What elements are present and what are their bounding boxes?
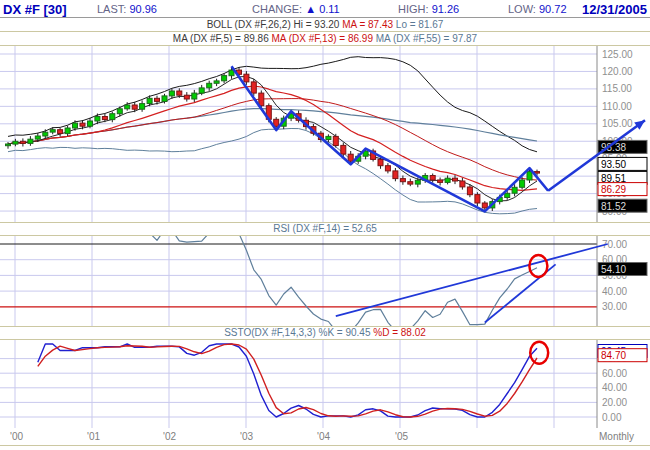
last-label: LAST: <box>97 3 126 15</box>
svg-text:0.00: 0.00 <box>602 412 622 423</box>
price-chart-svg: 125.00120.00115.00110.00105.00100.0095.0… <box>0 46 650 222</box>
last-value: 90.96 <box>129 3 157 15</box>
symbol: DX #F [30] <box>3 2 67 17</box>
quote-date: 12/31/2005 <box>582 2 647 17</box>
x-axis-label-02: '02 <box>163 431 176 442</box>
rsi-chart-panel[interactable]: 70.0060.0050.0040.0030.0054.10 <box>0 236 650 326</box>
svg-text:54.10: 54.10 <box>601 264 626 275</box>
svg-text:93.50: 93.50 <box>601 159 626 170</box>
x-axis-label-01: '01 <box>87 431 100 442</box>
svg-text:60.00: 60.00 <box>602 368 627 379</box>
change-label: CHANGE: <box>252 3 302 15</box>
x-axis-label-03: '03 <box>240 431 253 442</box>
change-quote: CHANGE: ▲ 0.11 <box>252 3 340 15</box>
ssto-chart-panel[interactable]: 80.0060.0040.0020.000.0090.4584.70 <box>0 340 650 428</box>
bollinger-header: BOLL (DX #F,26,2) Hi = 93.20 MA = 87.43 … <box>0 18 650 32</box>
ma-header: MA (DX #F,5) = 89.86 MA (DX #F,13) = 86.… <box>0 32 650 46</box>
change-value: 0.11 <box>319 3 340 15</box>
high-value: 91.26 <box>432 3 460 15</box>
low-label: LOW: <box>508 3 536 15</box>
up-arrow-icon: ▲ <box>305 3 316 15</box>
svg-text:40.00: 40.00 <box>602 382 627 393</box>
low-quote: LOW: 90.72 <box>508 3 567 15</box>
period-label: Monthly <box>599 431 634 442</box>
x-axis-label-00: '00 <box>10 431 23 442</box>
svg-text:105.00: 105.00 <box>602 118 633 129</box>
rsi-title: RSI (DX #F,14) = 52.65 <box>27 223 624 235</box>
svg-text:20.00: 20.00 <box>602 397 627 408</box>
svg-text:30.00: 30.00 <box>602 301 627 312</box>
svg-text:110.00: 110.00 <box>602 101 632 112</box>
svg-text:125.00: 125.00 <box>602 49 633 60</box>
bollinger-label: BOLL (DX #F,26,2) Hi = 93.20 <box>207 19 343 30</box>
last-quote: LAST: 90.96 <box>97 3 157 15</box>
svg-text:84.70: 84.70 <box>601 350 626 361</box>
price-chart-panel[interactable]: 125.00120.00115.00110.00105.00100.0095.0… <box>0 46 650 222</box>
low-value: 90.72 <box>539 3 567 15</box>
ssto-k-title: SSTO(DX #F,14,3,3) %K = 90.45 <box>224 327 373 338</box>
chart-app: DX #F [30] LAST: 90.96 CHANGE: ▲ 0.11 HI… <box>0 0 650 450</box>
ma55-label: MA (DX #F,55) = 97.87 <box>376 33 477 44</box>
ma13-label: MA (DX #F,13) = 86.99 <box>272 33 376 44</box>
high-label: HIGH: <box>398 3 429 15</box>
svg-text:40.00: 40.00 <box>602 286 627 297</box>
bollinger-ma-label: MA = 87.43 <box>342 19 396 30</box>
x-axis: '00 '01 '02 '03 '04 '05 Monthly <box>0 428 650 446</box>
bollinger-lo-label: Lo = 81.67 <box>396 19 444 30</box>
high-quote: HIGH: 91.26 <box>398 3 459 15</box>
rsi-chart-svg: 70.0060.0050.0040.0030.0054.10 <box>0 236 650 326</box>
x-axis-label-05: '05 <box>395 431 408 442</box>
svg-text:115.00: 115.00 <box>602 83 632 94</box>
quote-bar: DX #F [30] LAST: 90.96 CHANGE: ▲ 0.11 HI… <box>0 0 650 18</box>
ssto-d-title: %D = 88.02 <box>373 327 426 338</box>
svg-text:120.00: 120.00 <box>602 66 633 77</box>
ssto-title-row: SSTO(DX #F,14,3,3) %K = 90.45 %D = 88.02 <box>0 326 650 340</box>
rsi-title-row: RSI (DX #F,14) = 52.65 <box>0 222 650 236</box>
ssto-chart-svg: 80.0060.0040.0020.000.0090.4584.70 <box>0 340 650 428</box>
svg-text:86.29: 86.29 <box>601 184 626 195</box>
svg-text:81.52: 81.52 <box>601 201 626 212</box>
ma5-label: MA (DX #F,5) = 89.86 <box>173 33 272 44</box>
x-axis-label-04: '04 <box>317 431 330 442</box>
